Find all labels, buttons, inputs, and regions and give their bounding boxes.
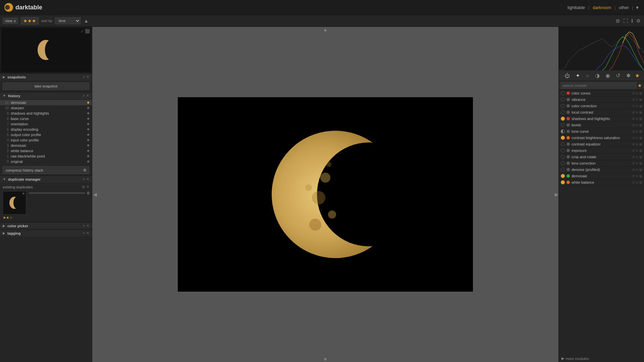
nav-other[interactable]: other bbox=[617, 4, 631, 11]
panel-top-toggle[interactable]: ▲ bbox=[323, 27, 328, 32]
panel-left-toggle[interactable]: ◀ bbox=[92, 192, 98, 197]
history-header[interactable]: ▼ history ≡ ✕ bbox=[0, 92, 92, 99]
color-picker-presets-icon[interactable]: ≡ bbox=[83, 224, 85, 228]
module-reset-icon[interactable]: ↺ bbox=[632, 98, 635, 102]
nav-dropdown-arrow[interactable]: ▾ bbox=[635, 4, 640, 11]
dup-thumb-close[interactable]: ✕ bbox=[22, 192, 25, 195]
module-half-circle-icon[interactable]: ◑ bbox=[594, 72, 601, 79]
module-enable-toggle[interactable] bbox=[561, 98, 565, 102]
module-item[interactable]: contrast equalizer ↺ ≡ ⊞ bbox=[559, 141, 644, 147]
module-reset-icon[interactable]: ↺ bbox=[632, 92, 635, 95]
module-enable-toggle[interactable] bbox=[561, 123, 565, 127]
fullscreen-icon[interactable]: ⛶ bbox=[623, 17, 629, 24]
module-reset-icon[interactable]: ↺ bbox=[632, 117, 635, 121]
module-reset-icon[interactable]: ↺ bbox=[632, 104, 635, 108]
panel-right-toggle[interactable]: ▶ bbox=[555, 192, 558, 197]
history-item[interactable]: 8 base curve bbox=[0, 116, 92, 121]
history-item[interactable]: 6 display encoding bbox=[0, 127, 92, 132]
module-instance-icon[interactable]: ⊞ bbox=[639, 136, 642, 140]
module-presets-icon[interactable]: ≡ bbox=[636, 168, 638, 172]
tagging-header[interactable]: ▶ tagging ≡ ✕ bbox=[0, 229, 92, 237]
panel-bottom-toggle[interactable]: ▼ bbox=[323, 357, 328, 362]
module-reset-icon[interactable]: ↺ bbox=[632, 130, 635, 133]
history-item[interactable]: 5 output color profile bbox=[0, 132, 92, 137]
module-presets-icon[interactable]: ≡ bbox=[636, 98, 638, 102]
module-instance-icon[interactable]: ⊞ bbox=[639, 162, 642, 165]
dup-add-icon[interactable]: ⊞ bbox=[82, 185, 85, 189]
module-enable-toggle[interactable] bbox=[561, 155, 565, 159]
module-instance-icon[interactable]: ⊞ bbox=[639, 181, 642, 184]
module-instance-icon[interactable]: ⊞ bbox=[639, 123, 642, 127]
module-reset-icon[interactable]: ↺ bbox=[632, 162, 635, 165]
module-item[interactable]: tone curve ↺ ≡ ⊞ bbox=[559, 128, 644, 135]
info-icon[interactable]: ℹ bbox=[631, 17, 634, 24]
history-item[interactable]: 4 input color profile bbox=[0, 137, 92, 143]
compress-history-btn[interactable]: compress history stack ⧉ bbox=[3, 166, 89, 174]
module-reset-icon[interactable]: ↺ bbox=[632, 168, 635, 172]
module-enable-toggle[interactable] bbox=[561, 91, 565, 95]
color-picker-header[interactable]: ▶ color picker ≡ ✕ bbox=[0, 222, 92, 229]
module-instance-icon[interactable]: ⊞ bbox=[639, 98, 642, 102]
dup-delete-icon[interactable]: ✕ bbox=[86, 185, 89, 189]
history-item[interactable]: 1 raw black/white point bbox=[0, 154, 92, 159]
tagging-close-icon[interactable]: ✕ bbox=[86, 231, 89, 235]
module-enable-toggle[interactable] bbox=[561, 180, 565, 184]
module-item[interactable]: lens correction ↺ ≡ ⊞ bbox=[559, 160, 644, 167]
module-reset-icon[interactable]: ↺ bbox=[632, 123, 635, 127]
module-instance-icon[interactable]: ⊞ bbox=[639, 168, 642, 172]
settings-icon[interactable]: ⚙ bbox=[636, 17, 641, 24]
dup-slider[interactable] bbox=[29, 192, 85, 194]
module-enable-toggle[interactable] bbox=[561, 161, 565, 165]
module-presets-icon[interactable]: ≡ bbox=[636, 130, 638, 133]
star-filter-btn[interactable]: ★★★ bbox=[21, 17, 39, 24]
module-reset-icon[interactable]: ↺ bbox=[632, 174, 635, 178]
module-presets-icon[interactable]: ≡ bbox=[636, 149, 638, 153]
search-module-input[interactable] bbox=[561, 82, 636, 88]
search-star-icon[interactable]: ★ bbox=[638, 83, 642, 88]
more-modules-btn[interactable]: ▶ more modules bbox=[559, 355, 644, 362]
history-item[interactable]: 2 white balance bbox=[0, 148, 92, 154]
dup-stars[interactable]: ★★☆ bbox=[3, 216, 26, 220]
take-snapshot-btn[interactable]: take snapshot bbox=[3, 82, 89, 90]
module-power-icon[interactable]: ⏻ bbox=[563, 72, 571, 79]
nav-lighttable[interactable]: lighttable bbox=[566, 4, 587, 11]
thumbnail-expand-btn[interactable]: ⤢ ⬛ bbox=[80, 29, 90, 34]
history-item[interactable]: 11 demosaic bbox=[0, 100, 92, 105]
module-reset-icon[interactable]: ↺ bbox=[632, 142, 635, 146]
module-enable-toggle[interactable] bbox=[561, 148, 565, 153]
module-item[interactable]: shadows and highlights ↺ ≡ ⊞ bbox=[559, 116, 644, 122]
module-presets-icon[interactable]: ≡ bbox=[636, 181, 638, 184]
history-item[interactable]: 3 demosaic bbox=[0, 143, 92, 148]
module-presets-icon[interactable]: ≡ bbox=[636, 142, 638, 146]
view-filter-btn[interactable]: view ≥ bbox=[3, 18, 18, 24]
module-color-icon[interactable]: ◉ bbox=[604, 72, 611, 79]
module-reset-icon[interactable]: ↺ bbox=[632, 181, 635, 184]
nav-darkroom[interactable]: darkroom bbox=[591, 4, 613, 11]
module-presets-icon[interactable]: ≡ bbox=[636, 155, 638, 159]
dup-presets-icon[interactable]: ≡ bbox=[83, 177, 85, 181]
module-presets-icon[interactable]: ≡ bbox=[636, 162, 638, 165]
module-reset-icon[interactable]: ↺ bbox=[632, 136, 635, 140]
module-item[interactable]: crop and rotate ↺ ≡ ⊞ bbox=[559, 154, 644, 160]
snapshots-close-icon[interactable]: ✕ bbox=[86, 75, 89, 79]
module-presets-icon[interactable]: ≡ bbox=[636, 136, 638, 140]
module-instance-icon[interactable]: ⊞ bbox=[639, 111, 642, 114]
duplicate-manager-header[interactable]: ▼ duplicate manager ≡ ✕ bbox=[0, 175, 92, 183]
module-item[interactable]: white balance ↺ ≡ ⊞ bbox=[559, 179, 644, 186]
module-item[interactable]: color correction ↺ ≡ ⊞ bbox=[559, 103, 644, 109]
tagging-presets-icon[interactable]: ≡ bbox=[83, 231, 85, 235]
module-enable-toggle[interactable] bbox=[561, 104, 565, 108]
dup-close-icon[interactable]: ✕ bbox=[86, 177, 89, 181]
sort-select[interactable]: time filename rating bbox=[55, 17, 80, 24]
module-presets-icon[interactable]: ≡ bbox=[636, 123, 638, 127]
zoom-icon[interactable]: ⊞ bbox=[615, 17, 621, 24]
snapshots-presets-icon[interactable]: ≡ bbox=[83, 75, 85, 79]
history-item[interactable]: 10 sharpen bbox=[0, 105, 92, 111]
module-instance-icon[interactable]: ⊞ bbox=[639, 142, 642, 146]
history-item[interactable]: 9 shadows and highlights bbox=[0, 111, 92, 116]
module-item[interactable]: vibrance ↺ ≡ ⊞ bbox=[559, 97, 644, 103]
module-circle-icon[interactable]: ○ bbox=[585, 72, 591, 79]
module-enable-toggle[interactable] bbox=[561, 110, 565, 114]
module-effects-icon[interactable]: ✱ bbox=[625, 72, 632, 79]
module-enable-toggle[interactable] bbox=[561, 129, 565, 133]
